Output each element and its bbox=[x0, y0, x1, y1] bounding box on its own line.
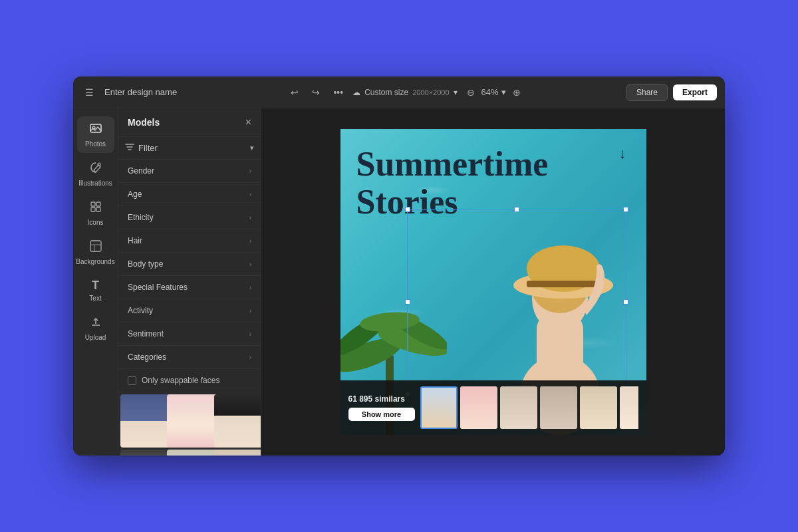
filter-hair-chevron: › bbox=[249, 237, 251, 245]
model-thumbnail-5[interactable] bbox=[167, 450, 220, 456]
filter-activity[interactable]: Activity › bbox=[118, 299, 261, 323]
size-label: Custom size bbox=[364, 88, 408, 97]
backgrounds-label: Backgrounds bbox=[76, 258, 114, 265]
filter-left: Filter bbox=[125, 142, 158, 154]
svg-rect-20 bbox=[527, 281, 600, 287]
sidebar-item-photos[interactable]: Photos bbox=[77, 116, 114, 153]
undo-button[interactable]: ↩ bbox=[287, 84, 303, 100]
model-thumbnail-3[interactable] bbox=[214, 394, 261, 448]
icons-icon bbox=[89, 200, 102, 217]
only-swappable-row: Only swappable faces bbox=[118, 369, 261, 392]
filter-chevron-icon: ▾ bbox=[250, 144, 254, 152]
sidebar-item-backgrounds[interactable]: Backgrounds bbox=[77, 234, 114, 271]
filter-gender-label: Gender bbox=[128, 166, 154, 176]
similars-thumbnails bbox=[420, 386, 638, 429]
filter-special-features-label: Special Features bbox=[128, 283, 188, 292]
model-grid bbox=[118, 392, 261, 456]
filter-hair[interactable]: Hair › bbox=[118, 229, 261, 253]
similar-thumb-2[interactable] bbox=[460, 386, 497, 429]
filter-ethicity[interactable]: Ethicity › bbox=[118, 206, 261, 229]
filter-age-label: Age bbox=[128, 190, 142, 199]
model-thumbnail-1[interactable] bbox=[120, 394, 174, 448]
filter-body-type-chevron: › bbox=[249, 261, 251, 268]
zoom-control: ⊖ 64% ▾ ⊕ bbox=[463, 84, 525, 100]
text-icon: T bbox=[92, 279, 99, 293]
filter-age[interactable]: Age › bbox=[118, 183, 261, 206]
design-name: Enter design name bbox=[104, 87, 177, 97]
only-swappable-checkbox[interactable] bbox=[128, 376, 136, 385]
svg-rect-3 bbox=[91, 202, 95, 206]
sidebar-item-upload[interactable]: Upload bbox=[77, 310, 114, 346]
filter-categories-label: Categories bbox=[128, 352, 166, 362]
zoom-out-button[interactable]: ⊖ bbox=[463, 84, 479, 100]
share-button[interactable]: Share bbox=[626, 84, 668, 101]
model-thumbnail-2[interactable] bbox=[167, 394, 220, 448]
icons-label: Icons bbox=[88, 219, 104, 226]
cloud-icon: ☁ bbox=[352, 88, 360, 97]
only-swappable-label: Only swappable faces bbox=[142, 376, 219, 385]
hamburger-menu-button[interactable]: ☰ bbox=[81, 84, 98, 100]
filter-label: Filter bbox=[138, 143, 158, 153]
filter-categories-chevron: › bbox=[249, 354, 251, 361]
model-thumbnail-6[interactable] bbox=[214, 450, 261, 456]
filter-icon bbox=[125, 142, 134, 154]
svg-rect-5 bbox=[91, 207, 95, 211]
filter-body-type[interactable]: Body type › bbox=[118, 253, 261, 276]
top-bar: ☰ Enter design name ↩ ↪ ••• ☁ Custom siz… bbox=[73, 76, 725, 108]
sidebar-item-text[interactable]: T Text bbox=[77, 273, 114, 307]
zoom-chevron-icon: ▾ bbox=[501, 87, 506, 97]
models-panel: Models × Filter ▾ Gender › bbox=[118, 108, 261, 456]
similar-thumb-6[interactable] bbox=[620, 386, 638, 429]
size-indicator: ☁ Custom size 2000×2000 ▾ bbox=[352, 88, 457, 97]
svg-rect-7 bbox=[90, 241, 101, 251]
similar-thumb-1[interactable] bbox=[420, 386, 458, 429]
models-title: Models bbox=[128, 117, 160, 128]
canvas-area[interactable]: SummertimeStories ↓ bbox=[261, 108, 725, 456]
filter-activity-chevron: › bbox=[249, 307, 251, 315]
filter-ethicity-label: Ethicity bbox=[128, 213, 154, 222]
upload-label: Upload bbox=[85, 334, 106, 341]
models-close-button[interactable]: × bbox=[245, 116, 251, 128]
filter-bar[interactable]: Filter ▾ bbox=[118, 137, 261, 160]
canvas-arrow-icon: ↓ bbox=[619, 145, 626, 162]
filter-ethicity-chevron: › bbox=[249, 214, 251, 221]
svg-rect-0 bbox=[90, 124, 101, 132]
backgrounds-icon bbox=[89, 239, 102, 256]
filter-gender-chevron: › bbox=[249, 168, 251, 175]
sidebar-item-illustrations[interactable]: Illustrations bbox=[77, 156, 114, 192]
filter-sentiment-chevron: › bbox=[249, 331, 251, 338]
size-chevron-icon: ▾ bbox=[454, 88, 458, 97]
model-thumbnail-4[interactable] bbox=[120, 450, 174, 456]
filter-categories[interactable]: Categories › bbox=[118, 346, 261, 369]
filter-sentiment-label: Sentiment bbox=[128, 329, 164, 338]
top-bar-right: Share Export bbox=[610, 84, 717, 101]
similar-thumb-3[interactable] bbox=[500, 386, 537, 429]
svg-rect-6 bbox=[96, 207, 100, 211]
similar-thumb-5[interactable] bbox=[580, 386, 617, 429]
similars-count: 61 895 similars bbox=[348, 394, 415, 404]
more-options-button[interactable]: ••• bbox=[329, 84, 347, 100]
filter-gender[interactable]: Gender › bbox=[118, 160, 261, 183]
zoom-level: 64% bbox=[481, 87, 499, 97]
illustrations-label: Illustrations bbox=[78, 180, 112, 187]
show-more-button[interactable]: Show more bbox=[348, 408, 415, 421]
illustrations-icon bbox=[89, 161, 102, 178]
filter-sentiment[interactable]: Sentiment › bbox=[118, 323, 261, 346]
export-button[interactable]: Export bbox=[673, 84, 717, 100]
photos-icon bbox=[89, 122, 102, 138]
sidebar-item-icons[interactable]: Icons bbox=[77, 195, 114, 231]
top-bar-center: ↩ ↪ ••• ☁ Custom size 2000×2000 ▾ ⊖ 64% … bbox=[206, 84, 605, 100]
upload-icon bbox=[89, 315, 102, 332]
similars-info: 61 895 similars Show more bbox=[348, 394, 415, 421]
svg-rect-21 bbox=[553, 327, 567, 344]
filter-special-features[interactable]: Special Features › bbox=[118, 276, 261, 299]
filter-body-type-label: Body type bbox=[128, 259, 163, 269]
photos-label: Photos bbox=[85, 140, 106, 148]
text-label: Text bbox=[89, 295, 101, 302]
filter-age-chevron: › bbox=[249, 191, 251, 198]
models-header: Models × bbox=[118, 108, 261, 137]
similars-bar: 61 895 similars Show more bbox=[340, 380, 646, 435]
similar-thumb-4[interactable] bbox=[540, 386, 577, 429]
redo-button[interactable]: ↪ bbox=[308, 84, 324, 100]
zoom-in-button[interactable]: ⊕ bbox=[509, 84, 525, 100]
